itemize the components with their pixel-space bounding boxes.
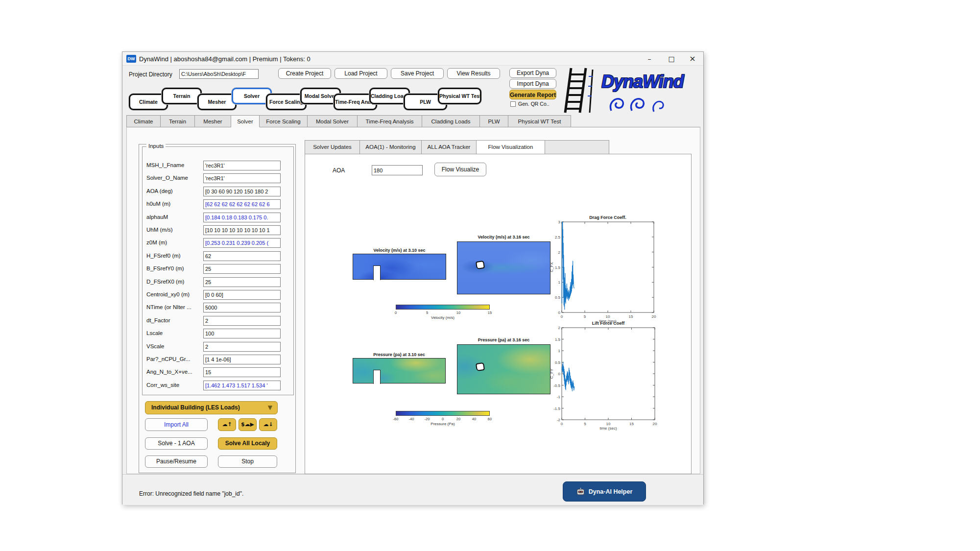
field-input-lscale[interactable] <box>203 329 281 338</box>
pause-resume-button[interactable]: Pause/Resume <box>145 455 208 468</box>
tab-force-scaling[interactable]: Force Scaling <box>260 115 308 127</box>
solve-all-localy-button[interactable]: Solve All Localy <box>218 437 277 450</box>
subtab-aoa-1-monitoring[interactable]: AOA(1) - Monitoring <box>360 141 422 154</box>
field-input-ntime-or-niter[interactable] <box>203 303 281 312</box>
subtab-flow-visualization[interactable]: Flow Visualization <box>477 141 545 155</box>
stair-tab-physical-wt-test[interactable]: Physical WT Test <box>438 88 481 104</box>
minimize-icon[interactable]: – <box>640 52 659 66</box>
drag-plot-svg: 0510152000.511.522.53time (sec)C_FX <box>549 220 657 323</box>
chevron-down-icon: ▼ <box>268 402 272 414</box>
qr-checkbox-label: Gen. QR Co.. <box>518 101 550 107</box>
velocity-side-title: Velocity (m/s) at 3.10 sec <box>353 248 446 253</box>
building-section <box>373 265 381 280</box>
field-input-alphaum[interactable] <box>203 213 281 222</box>
tab-climate[interactable]: Climate <box>126 115 161 127</box>
colorbar-tick: -60 <box>393 417 399 421</box>
lift-force-plot: 05101520-2-1.5-1-0.500.511.52time (sec)C… <box>549 326 658 432</box>
subtab-solver-updates[interactable]: Solver Updates <box>305 141 360 154</box>
subtab-all-aoa-tracker[interactable]: ALL AOA Tracker <box>422 141 477 154</box>
toolbar-button-create-project[interactable]: Create Project <box>278 68 331 79</box>
field-label-solver-o-name: Solver_O_Name <box>146 175 188 181</box>
field-label-z0m-m: z0M (m) <box>146 240 167 245</box>
dyna-ai-helper-button[interactable]: Dyna-AI Helper <box>563 481 646 502</box>
toolbar-button-load-project[interactable]: Load Project <box>335 68 387 79</box>
app-window: DW DynaWind | aboshosha84@gmail.com | Pr… <box>122 51 704 504</box>
field-input-uhm-m-s[interactable] <box>203 225 281 235</box>
close-icon[interactable]: × <box>683 52 702 66</box>
toolbar-button-save-project[interactable]: Save Project <box>391 68 444 79</box>
field-input-h0um-m[interactable] <box>203 199 281 209</box>
field-input-ang-n-to-x-ve[interactable] <box>203 367 281 377</box>
pressure-colorbar <box>396 411 490 416</box>
tab-plw[interactable]: PLW <box>480 115 508 127</box>
field-input-aoa-deg[interactable] <box>203 187 281 196</box>
svg-text:15: 15 <box>629 314 633 319</box>
main-content: Inputs MSH_I_FnameSolver_O_NameAOA (deg)… <box>126 127 700 474</box>
colorbar-tick: -20 <box>425 417 430 421</box>
field-label-h0um-m: h0uM (m) <box>146 201 170 207</box>
building-footprint <box>476 362 485 371</box>
field-label-lscale: Lscale <box>146 330 163 336</box>
field-label-uhm-m-s: UhM (m/s) <box>146 227 173 233</box>
qr-checkbox[interactable] <box>510 101 516 107</box>
generate-report-button[interactable]: Generate Report <box>509 90 556 99</box>
tab-cladding-loads[interactable]: Cladding Loads <box>422 115 480 127</box>
field-label-msh-i-fname: MSH_I_Fname <box>146 162 184 168</box>
export-dyna-button[interactable]: Export Dyna <box>509 68 556 78</box>
cloud-upload-button[interactable]: ☁↑ <box>218 418 236 431</box>
svg-text:-0.5: -0.5 <box>553 383 560 388</box>
field-label-centroid-xy0-m: Centroid_xy0 (m) <box>146 291 190 297</box>
building-dropdown[interactable]: Individual Building (LES Loads) ▼ <box>145 401 278 414</box>
field-input-h-fsref0-m[interactable] <box>203 251 281 261</box>
field-input-solver-o-name[interactable] <box>203 173 281 183</box>
subtab-bar: Solver UpdatesAOA(1) - MonitoringALL AOA… <box>305 140 609 154</box>
cloud-download-button[interactable]: ☁↓ <box>259 418 277 431</box>
field-input-msh-i-fname[interactable] <box>203 161 281 170</box>
solve-one-aoa-button[interactable]: Solve - 1 AOA <box>145 437 208 450</box>
inputs-outer-panel: Inputs MSH_I_FnameSolver_O_NameAOA (deg)… <box>139 144 296 473</box>
svg-text:-1.5: -1.5 <box>553 407 560 411</box>
stair-tab-mesher[interactable]: Mesher <box>197 94 237 110</box>
field-input-vscale[interactable] <box>203 342 281 352</box>
inputs-fieldset: Inputs MSH_I_FnameSolver_O_NameAOA (deg)… <box>142 146 294 395</box>
field-input-dt-factor[interactable] <box>203 316 281 326</box>
project-directory-input[interactable] <box>179 69 259 79</box>
tab-time-freq-analysis[interactable]: Time-Freq Analysis <box>358 115 422 127</box>
tab-physical-wt-test[interactable]: Physical WT Test <box>508 115 571 127</box>
tab-modal-solver[interactable]: Modal Solver <box>308 115 358 127</box>
tab-mesher[interactable]: Mesher <box>195 115 231 127</box>
field-label-b-fsrefy0-m: B_FSrefY0 (m) <box>146 265 184 271</box>
svg-text:2: 2 <box>558 250 561 255</box>
maximize-icon[interactable]: □ <box>662 52 681 66</box>
svg-text:time (sec): time (sec) <box>599 426 617 431</box>
field-input-par-ncpu-gr[interactable] <box>203 355 281 364</box>
field-input-b-fsrefy0-m[interactable] <box>203 264 281 274</box>
svg-text:3: 3 <box>558 220 561 224</box>
velocity-side-contour <box>353 254 446 280</box>
import-all-button[interactable]: Import All <box>145 418 208 431</box>
svg-text:C_FY: C_FY <box>550 368 554 379</box>
field-input-z0m-m[interactable] <box>203 238 281 248</box>
stop-button[interactable]: Stop <box>218 455 277 468</box>
svg-text:2: 2 <box>558 326 561 330</box>
flow-visualize-button[interactable]: Flow Visualize <box>434 163 486 176</box>
stair-tab-terrain[interactable]: Terrain <box>162 88 202 104</box>
cloud-paid-run-button[interactable]: $☁▶ <box>239 418 257 431</box>
toolbar-button-view-results[interactable]: View Results <box>447 68 500 79</box>
field-input-corr-ws-site[interactable] <box>203 381 281 390</box>
colorbar-tick: 20 <box>456 417 460 421</box>
svg-text:0: 0 <box>558 311 561 315</box>
drag-plot-title: Drag Force Coeff. <box>562 215 654 220</box>
tab-solver[interactable]: Solver <box>231 115 260 127</box>
dyna-ai-helper-label: Dyna-AI Helper <box>589 488 633 495</box>
wind-swirls-icon <box>607 94 681 115</box>
import-dyna-button[interactable]: Import Dyna <box>509 79 556 89</box>
tab-terrain[interactable]: Terrain <box>161 115 195 127</box>
velocity-plan-contour <box>457 241 550 294</box>
svg-text:1: 1 <box>558 349 561 353</box>
aoa-input[interactable] <box>372 165 423 175</box>
field-input-centroid-xy0-m[interactable] <box>203 290 281 300</box>
status-bar: Error: Unrecognized field name "job_id".… <box>122 474 703 505</box>
inputs-title: Inputs <box>146 143 166 149</box>
field-input-d-fsrefx0-m[interactable] <box>203 277 281 287</box>
